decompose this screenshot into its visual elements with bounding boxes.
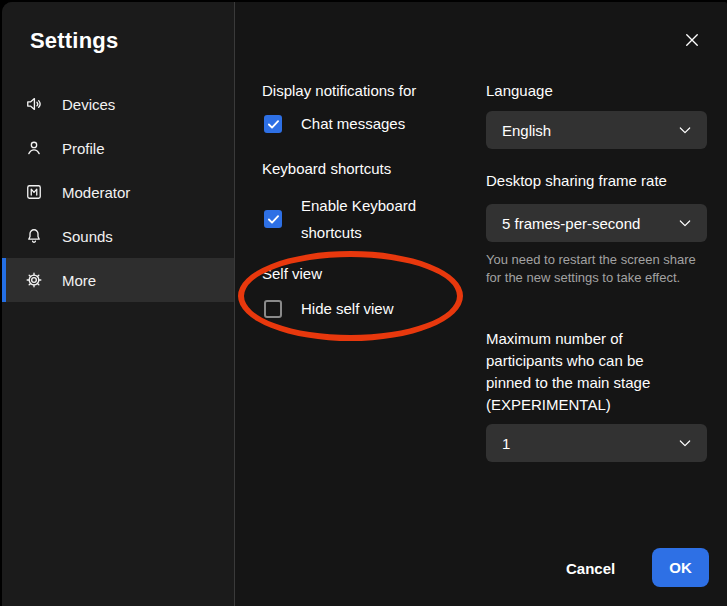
frame-rate-dropdown[interactable]: 5 frames-per-second xyxy=(486,204,707,242)
sidebar-item-label: Profile xyxy=(62,140,105,157)
sidebar-item-more[interactable]: More xyxy=(2,258,234,302)
frame-rate-value: 5 frames-per-second xyxy=(502,215,640,232)
sidebar-item-label: Devices xyxy=(62,96,115,113)
language-value: English xyxy=(502,122,551,139)
chat-messages-row: Chat messages xyxy=(264,110,405,137)
settings-dialog: Settings Devices Profile Moderator xyxy=(2,2,727,606)
bell-icon xyxy=(24,226,44,246)
enable-keyboard-shortcuts-label: Enable Keyboard shortcuts xyxy=(301,192,431,246)
self-view-section-label: Self view xyxy=(262,265,322,282)
check-icon xyxy=(267,214,280,225)
sidebar-item-label: More xyxy=(62,272,96,289)
sidebar-nav: Devices Profile Moderator Sounds xyxy=(2,82,234,302)
sidebar-item-moderator[interactable]: Moderator xyxy=(2,170,234,214)
notifications-section-label: Display notifications for xyxy=(262,82,416,99)
cancel-button[interactable]: Cancel xyxy=(554,550,627,586)
hide-self-view-checkbox[interactable] xyxy=(264,300,282,318)
frame-rate-label: Desktop sharing frame rate xyxy=(486,172,667,189)
chat-messages-label: Chat messages xyxy=(301,110,405,137)
language-dropdown[interactable]: English xyxy=(486,111,707,149)
max-pinned-value: 1 xyxy=(502,435,510,452)
max-pinned-label: Maximum number of participants who can b… xyxy=(486,328,686,416)
person-icon xyxy=(24,138,44,158)
hide-self-view-row: Hide self view xyxy=(264,295,394,322)
sidebar-item-sounds[interactable]: Sounds xyxy=(2,214,234,258)
sidebar-item-devices[interactable]: Devices xyxy=(2,82,234,126)
chevron-down-icon xyxy=(677,215,693,231)
chevron-down-icon xyxy=(677,122,693,138)
gear-icon xyxy=(24,270,44,290)
sidebar-item-label: Moderator xyxy=(62,184,130,201)
close-icon xyxy=(683,31,701,53)
keyboard-shortcuts-row: Enable Keyboard shortcuts xyxy=(264,192,434,246)
settings-sidebar: Settings Devices Profile Moderator xyxy=(2,2,235,606)
dialog-title: Settings xyxy=(30,28,118,54)
language-label: Language xyxy=(486,82,553,99)
chevron-down-icon xyxy=(677,435,693,451)
keyboard-section-label: Keyboard shortcuts xyxy=(262,160,391,177)
check-icon xyxy=(267,119,280,130)
hide-self-view-label: Hide self view xyxy=(301,295,394,322)
sidebar-item-label: Sounds xyxy=(62,228,113,245)
moderator-icon xyxy=(24,182,44,202)
speaker-icon xyxy=(24,94,44,114)
chat-messages-checkbox[interactable] xyxy=(264,115,282,133)
max-pinned-dropdown[interactable]: 1 xyxy=(486,424,707,462)
enable-keyboard-shortcuts-checkbox[interactable] xyxy=(264,210,282,228)
frame-rate-hint: You need to restart the screen share for… xyxy=(486,251,714,287)
close-button[interactable] xyxy=(678,28,706,56)
ok-button[interactable]: OK xyxy=(652,548,709,587)
sidebar-item-profile[interactable]: Profile xyxy=(2,126,234,170)
